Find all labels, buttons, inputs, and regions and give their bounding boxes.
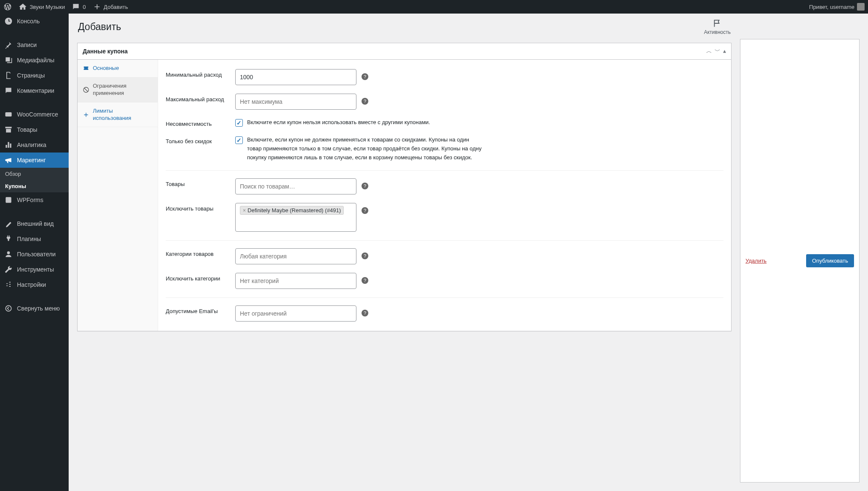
comment-icon: [72, 3, 80, 11]
delete-link[interactable]: Удалить: [746, 258, 767, 264]
archive-icon: [4, 125, 13, 134]
publish-button[interactable]: Опубликовать: [806, 254, 854, 267]
wp-logo[interactable]: [3, 3, 12, 11]
sidebar-woocommerce[interactable]: WooCommerce: [0, 107, 69, 122]
min-spend-label: Минимальный расход: [166, 69, 228, 78]
exclude-categories-label: Исключить категории: [166, 273, 228, 282]
limits-icon: [83, 111, 89, 118]
user-icon: [4, 250, 13, 258]
add-new[interactable]: Добавить: [93, 3, 128, 11]
sidebar-marketing[interactable]: Маркетинг: [0, 153, 69, 168]
comments-link[interactable]: 0: [72, 3, 86, 11]
sidebar-console[interactable]: Консоль: [0, 14, 69, 29]
sidebar-plugins[interactable]: Плагины: [0, 231, 69, 247]
pin-icon: [4, 41, 13, 49]
page-icon: [4, 71, 13, 80]
sidebar-posts[interactable]: Записи: [0, 37, 69, 53]
emails-input[interactable]: [235, 305, 356, 322]
avatar: [857, 3, 865, 11]
megaphone-icon: [4, 156, 13, 164]
wrench-icon: [4, 265, 13, 274]
page-title: Добавить: [78, 21, 121, 33]
sidebar-users[interactable]: Пользователи: [0, 247, 69, 262]
ticket-icon: [83, 65, 89, 72]
chart-icon: [4, 141, 13, 149]
sidebar-appearance[interactable]: Внешний вид: [0, 216, 69, 231]
tab-restrictions[interactable]: Ограничения применения: [78, 78, 158, 103]
exclude-products-select[interactable]: × Definitely Maybe (Remastered) (#491): [235, 203, 356, 232]
max-spend-label: Максимальный расход: [166, 94, 228, 103]
sidebar-media[interactable]: Медиафайлы: [0, 53, 69, 68]
help-icon[interactable]: ?: [362, 73, 368, 80]
min-spend-input[interactable]: [235, 69, 356, 85]
coupon-data-panel: Данные купона ︿ ﹀ ▴ Основные: [77, 43, 732, 331]
product-tag: × Definitely Maybe (Remastered) (#491): [240, 206, 344, 215]
incompat-label: Несовместимость: [166, 118, 228, 127]
sidebar-settings[interactable]: Настройки: [0, 277, 69, 292]
products-label: Товары: [166, 178, 228, 187]
dashboard-icon: [4, 17, 13, 25]
incompat-text: Включите если купон нельзя использовать …: [247, 118, 430, 127]
woo-icon: [4, 110, 13, 119]
site-home[interactable]: Звуки Музыки: [19, 3, 65, 11]
panel-toggle-icon[interactable]: ▴: [723, 47, 726, 55]
help-icon[interactable]: ?: [362, 277, 368, 284]
sidebar-pages[interactable]: Страницы: [0, 68, 69, 83]
sidebar-products[interactable]: Товары: [0, 122, 69, 137]
sidebar-collapse[interactable]: Свернуть меню: [0, 301, 69, 316]
products-input[interactable]: [235, 178, 356, 194]
sale-only-label: Только без скидок: [166, 136, 228, 144]
emails-label: Допустимые Email'ы: [166, 305, 228, 314]
plugin-icon: [4, 235, 13, 243]
activity-button[interactable]: Активность: [704, 19, 731, 35]
sidebar-marketing-overview[interactable]: Обзор: [0, 168, 69, 180]
tab-limits[interactable]: Лимиты использования: [78, 103, 158, 128]
help-icon[interactable]: ?: [362, 183, 368, 189]
greeting-text: Привет, username: [809, 4, 854, 10]
panel-title: Данные купона: [83, 48, 128, 55]
svg-rect-1: [6, 197, 11, 203]
collapse-icon: [4, 304, 13, 313]
sale-only-text: Включите, если купон не должен применять…: [247, 136, 484, 162]
tab-general[interactable]: Основные: [78, 60, 158, 78]
tag-remove-icon[interactable]: ×: [243, 208, 246, 214]
user-greeting[interactable]: Привет, username: [809, 3, 865, 11]
wordpress-icon: [3, 3, 12, 11]
exclude-products-label: Исключить товары: [166, 203, 228, 212]
panel-up-icon[interactable]: ︿: [706, 47, 712, 55]
sidebar-wpforms[interactable]: WPForms: [0, 192, 69, 208]
panel-down-icon[interactable]: ﹀: [715, 47, 721, 55]
plus-icon: [93, 3, 101, 11]
admin-sidebar: Консоль Записи Медиафайлы Страницы Комме…: [0, 14, 69, 491]
max-spend-input[interactable]: [235, 94, 356, 110]
svg-rect-0: [6, 112, 12, 117]
admin-toolbar: Звуки Музыки 0 Добавить Привет, username: [0, 0, 868, 14]
help-icon[interactable]: ?: [362, 98, 368, 105]
comment-icon: [4, 86, 13, 95]
incompat-checkbox[interactable]: [235, 119, 243, 127]
add-new-label: Добавить: [104, 4, 128, 10]
sidebar-analytics[interactable]: Аналитика: [0, 137, 69, 153]
publish-box: Удалить Опубликовать: [740, 39, 860, 483]
sidebar-marketing-coupons[interactable]: Купоны: [0, 180, 69, 192]
settings-icon: [4, 280, 13, 289]
help-icon[interactable]: ?: [362, 252, 368, 259]
categories-label: Категории товаров: [166, 248, 228, 257]
sale-only-checkbox[interactable]: [235, 136, 243, 144]
comments-count: 0: [83, 4, 86, 10]
block-icon: [83, 86, 89, 93]
flag-icon: [712, 19, 722, 28]
media-icon: [4, 56, 13, 64]
form-icon: [4, 196, 13, 204]
site-name: Звуки Музыки: [30, 4, 65, 10]
brush-icon: [4, 219, 13, 228]
help-icon[interactable]: ?: [362, 310, 368, 316]
svg-point-2: [6, 305, 11, 311]
home-icon: [19, 3, 27, 11]
help-icon[interactable]: ?: [362, 207, 368, 214]
sidebar-comments[interactable]: Комментарии: [0, 83, 69, 98]
exclude-categories-select[interactable]: Нет категорий: [235, 273, 356, 289]
sidebar-tools[interactable]: Инструменты: [0, 262, 69, 277]
categories-select[interactable]: Любая категория: [235, 248, 356, 264]
